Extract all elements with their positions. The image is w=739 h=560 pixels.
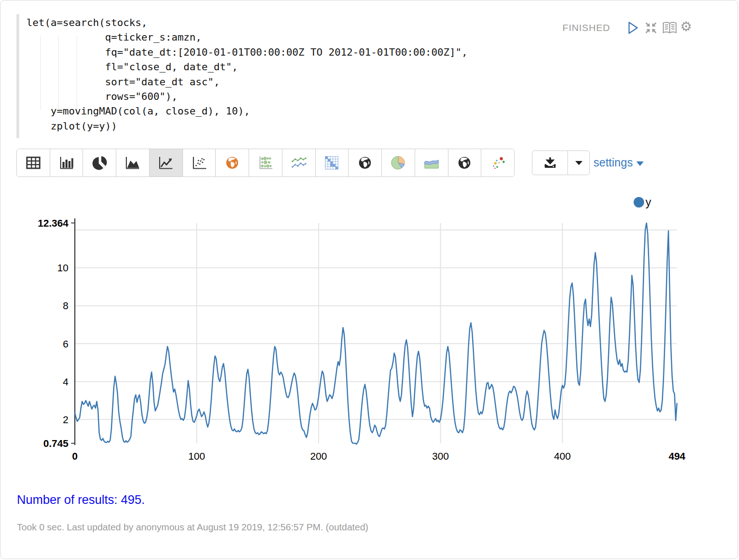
svg-text:0: 0: [72, 451, 78, 462]
code-editor[interactable]: let(a=search(stocks, q=ticker_s:amzn, fq…: [26, 16, 468, 134]
chart-area: 12.3641086420.7450100200300400494: [28, 197, 689, 463]
area-pastel-button[interactable]: [415, 149, 448, 176]
download-dropdown-caret[interactable]: [568, 151, 589, 175]
paragraph-card: let(a=search(stocks, q=ticker_s:amzn, fq…: [0, 0, 738, 559]
settings-link[interactable]: settings: [593, 156, 644, 169]
svg-text:4: 4: [63, 376, 68, 388]
download-icon: [543, 156, 557, 169]
download-button[interactable]: [532, 151, 568, 175]
globe-dark-icon: [457, 156, 472, 170]
svg-text:12.364: 12.364: [38, 218, 69, 229]
scatter-chart-icon: [192, 156, 207, 170]
svg-text:200: 200: [310, 451, 327, 462]
globe-orange-icon: [225, 156, 239, 170]
editor-gutter-bar: [16, 14, 19, 138]
globe-orange-button[interactable]: [216, 149, 249, 176]
globe-dark-button-2[interactable]: [448, 149, 482, 176]
svg-text:494: 494: [669, 451, 686, 462]
scatter-color-icon: [490, 156, 505, 170]
pie-pastel-button[interactable]: [382, 149, 415, 176]
pie-chart-icon: [92, 156, 107, 170]
line-chart-button[interactable]: [150, 149, 183, 176]
svg-text:2: 2: [63, 414, 68, 425]
globe-dark-button-1[interactable]: [349, 149, 382, 176]
svg-text:10: 10: [57, 262, 68, 274]
svg-text:0.745: 0.745: [43, 438, 68, 449]
bubble-matrix-button[interactable]: [249, 149, 282, 176]
svg-text:8: 8: [63, 300, 68, 311]
globe-dark-icon: [358, 156, 372, 170]
collapse-compress-icon[interactable]: [644, 21, 658, 35]
bar-chart-button[interactable]: [50, 149, 83, 176]
pie-chart-button[interactable]: [83, 149, 116, 176]
multi-line-icon: [291, 156, 307, 170]
status-label: FINISHED: [562, 22, 610, 33]
area-chart-icon: [125, 156, 141, 170]
book-icon[interactable]: [662, 21, 677, 35]
scatter-color-button[interactable]: [481, 149, 514, 176]
area-pastel-icon: [423, 156, 440, 170]
multi-line-button[interactable]: [282, 149, 316, 176]
settings-label: settings: [593, 156, 633, 169]
gear-icon[interactable]: ⚙: [680, 19, 695, 34]
download-button-group: [532, 150, 590, 175]
area-chart-button[interactable]: [116, 149, 150, 176]
chart-svg: 12.3641086420.7450100200300400494: [28, 197, 689, 463]
visualization-toolbar: [16, 149, 515, 177]
svg-text:6: 6: [63, 338, 68, 350]
table-button[interactable]: [17, 149, 50, 176]
results-count-text: Number of results: 495.: [17, 493, 145, 507]
run-play-icon[interactable]: [625, 21, 640, 35]
bubble-matrix-icon: [258, 156, 273, 170]
grid-heatmap-icon: [324, 156, 339, 170]
line-chart-icon: [158, 156, 174, 170]
settings-caret-icon: [636, 161, 644, 166]
caret-down-icon: [574, 160, 583, 166]
bar-chart-icon: [59, 156, 74, 170]
svg-text:300: 300: [432, 451, 449, 462]
table-icon: [26, 156, 41, 170]
pie-pastel-icon: [390, 155, 406, 171]
svg-text:400: 400: [554, 451, 571, 462]
scatter-chart-button[interactable]: [183, 149, 216, 176]
svg-text:100: 100: [188, 451, 205, 462]
paragraph-footer-text: Took 0 sec. Last updated by anonymous at…: [17, 522, 368, 533]
grid-heatmap-button[interactable]: [316, 149, 349, 176]
